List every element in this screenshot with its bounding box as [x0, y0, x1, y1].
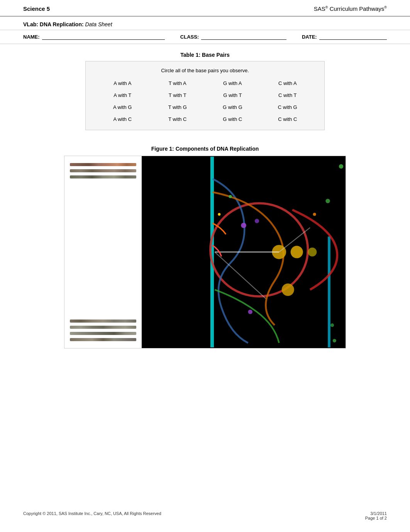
svg-point-16	[325, 199, 330, 203]
base-pairs-box: Circle all of the base pairs you observe…	[85, 61, 325, 130]
list-item: A with C	[95, 116, 150, 122]
figure-title: Figure 1: Components of DNA Replication	[64, 146, 346, 152]
legend-item	[70, 175, 136, 178]
svg-point-9	[308, 248, 317, 257]
figure-container	[64, 156, 346, 348]
name-label: NAME:	[23, 34, 40, 40]
legend-item	[70, 320, 136, 323]
legend-group-bottom	[70, 320, 136, 341]
list-item: A with A	[95, 80, 150, 86]
legend-color-bar	[70, 175, 136, 178]
figure-dna-image	[142, 156, 346, 348]
list-item: G with C	[205, 116, 260, 122]
legend-group-top	[70, 163, 136, 178]
dna-svg	[142, 156, 346, 348]
table-section: Table 1: Base Pairs Circle all of the ba…	[85, 52, 325, 130]
figure-legend	[64, 156, 142, 348]
document-title-bold: VLab: DNA Replication:	[23, 21, 84, 27]
date-field: DATE:	[302, 34, 387, 40]
legend-item	[70, 169, 136, 172]
legend-color-bar	[70, 332, 136, 335]
class-line	[201, 39, 286, 40]
list-item: T with A	[150, 80, 205, 86]
page-header: Science 5 SAS® Curriculum Pathways®	[0, 0, 410, 17]
list-item: T with T	[150, 92, 205, 98]
legend-item	[70, 163, 136, 166]
page-footer: Copyright © 2011, SAS Institute Inc., Ca…	[0, 511, 410, 520]
list-item: C with C	[260, 116, 315, 122]
fields-row: NAME: CLASS: DATE:	[0, 30, 410, 44]
name-line	[42, 39, 165, 40]
date-line	[319, 39, 387, 40]
list-item: A with G	[95, 104, 150, 110]
header-brand: SAS® Curriculum Pathways®	[314, 5, 387, 12]
list-item: C with G	[260, 104, 315, 110]
legend-color-bar	[70, 163, 136, 166]
list-item: G with A	[205, 80, 260, 86]
svg-point-21	[333, 339, 336, 342]
footer-copyright: Copyright © 2011, SAS Institute Inc., Ca…	[23, 511, 161, 520]
base-pairs-instruction: Circle all of the base pairs you observe…	[95, 68, 315, 73]
svg-point-8	[291, 246, 303, 258]
class-label: CLASS:	[180, 34, 199, 40]
title-bar: VLab: DNA Replication: Data Sheet	[0, 17, 410, 30]
list-item: G with G	[205, 104, 260, 110]
base-pairs-grid: A with A T with A G with A C with A A wi…	[95, 80, 315, 122]
figure-section: Figure 1: Components of DNA Replication	[64, 146, 346, 348]
legend-color-bar	[70, 338, 136, 341]
date-label: DATE:	[302, 34, 317, 40]
list-item: C with A	[260, 80, 315, 86]
list-item: T with C	[150, 116, 205, 122]
legend-color-bar	[70, 320, 136, 323]
svg-point-19	[313, 213, 316, 216]
svg-point-5	[255, 219, 259, 223]
svg-point-17	[330, 323, 334, 327]
svg-point-20	[339, 164, 343, 168]
list-item: C with T	[260, 92, 315, 98]
svg-point-4	[241, 223, 246, 228]
footer-right: 3/1/2011 Page 1 of 2	[365, 511, 387, 520]
footer-page: Page 1 of 2	[365, 516, 387, 520]
svg-point-10	[282, 284, 294, 296]
class-field: CLASS:	[180, 34, 286, 40]
table-title: Table 1: Base Pairs	[85, 52, 325, 58]
header-subject: Science 5	[23, 5, 50, 12]
legend-color-bar	[70, 169, 136, 172]
list-item: A with T	[95, 92, 150, 98]
list-item: T with G	[150, 104, 205, 110]
svg-point-18	[218, 213, 220, 216]
legend-color-bar	[70, 326, 136, 329]
svg-point-6	[248, 309, 252, 314]
main-content: Table 1: Base Pairs Circle all of the ba…	[0, 44, 410, 356]
footer-date: 3/1/2011	[365, 511, 387, 516]
legend-spacer	[70, 182, 136, 316]
legend-item	[70, 338, 136, 341]
svg-rect-2	[328, 236, 330, 347]
legend-item	[70, 332, 136, 335]
list-item: G with T	[205, 92, 260, 98]
svg-point-15	[229, 195, 232, 198]
name-field: NAME:	[23, 34, 165, 40]
document-title-italic: Data Sheet	[85, 21, 112, 27]
legend-item	[70, 326, 136, 329]
